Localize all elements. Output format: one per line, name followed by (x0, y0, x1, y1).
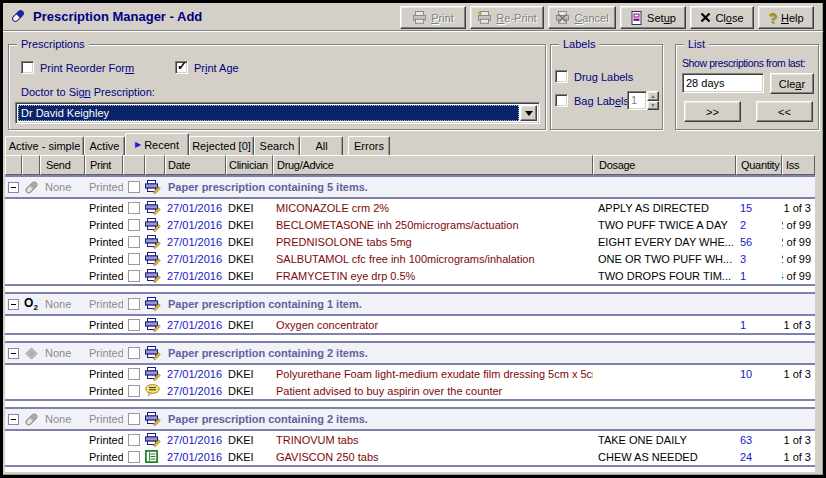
print-age-checkbox[interactable] (175, 61, 188, 74)
collapse-minus-button[interactable] (8, 299, 19, 310)
grid-body: NonePrintedPaper prescription containing… (5, 175, 815, 467)
column-header-dosage[interactable]: Dosage (593, 155, 736, 175)
reprint-button[interactable]: Re-Print (470, 6, 544, 29)
collapse-minus-button[interactable] (8, 414, 19, 425)
item-drug: MICONAZOLE crm 2% (273, 199, 593, 216)
row-checkbox[interactable] (128, 219, 140, 231)
period-input[interactable] (682, 73, 764, 93)
tab-recent[interactable]: ▶Recent (125, 133, 189, 155)
spinner-down-button[interactable]: ▼ (647, 101, 659, 111)
item-quantity: 56 (736, 233, 782, 250)
row-checkbox[interactable] (128, 451, 140, 463)
print-button[interactable]: Print (400, 6, 466, 29)
prescriptions-groupbox: Prescriptions Print Reorder Form Print A… (8, 44, 546, 130)
item-date: 27/01/2016 (165, 382, 226, 399)
row-checkbox[interactable] (128, 298, 140, 310)
column-header-iss[interactable]: Iss (782, 155, 815, 175)
clear-button[interactable]: Clear (770, 73, 814, 94)
prescription-row[interactable]: Printed27/01/2016DKEIPolyurethane Foam l… (5, 365, 815, 382)
row-checkbox[interactable] (128, 202, 140, 214)
column-header-blank[interactable] (145, 155, 165, 175)
item-drug: TRINOVUM tabs (273, 431, 593, 448)
column-header-send[interactable]: Send (40, 155, 85, 175)
titlebar-separator (3, 30, 823, 32)
column-header-quantity[interactable]: Quantity (736, 155, 782, 175)
column-header-clinician[interactable]: Clinician (226, 155, 273, 175)
close-button[interactable]: Close (690, 6, 754, 29)
prescription-row[interactable]: Printed27/01/2016DKEIBECLOMETASONE inh 2… (5, 216, 815, 233)
expand-cell (5, 294, 22, 314)
prescription-row[interactable]: Printed27/01/2016DKEITRINOVUM tabsTAKE O… (5, 431, 815, 448)
cancel-button[interactable]: Cancel (548, 6, 616, 29)
printer-icon (412, 11, 427, 24)
row-checkbox[interactable] (128, 385, 140, 397)
item-date: 27/01/2016 (165, 216, 226, 233)
list-groupbox: List Show prescriptions from last: Clear… (675, 44, 819, 130)
prescription-row[interactable]: Printed27/01/2016DKEIFRAMYCETIN eye drp … (5, 267, 815, 284)
column-header-drug-advice[interactable]: Drug/Advice (273, 155, 593, 175)
page-forward-label: >> (706, 106, 719, 118)
prescription-group-row[interactable]: NonePrintedPaper prescription containing… (5, 409, 815, 429)
spacer-cell (40, 382, 85, 399)
bag-labels-checkbox[interactable] (555, 94, 568, 107)
prescription-group-row[interactable]: NonePrintedPaper prescription containing… (5, 343, 815, 363)
prescription-group-row[interactable]: O2NonePrintedPaper prescription containi… (5, 294, 815, 314)
drug-labels-checkbox[interactable] (555, 70, 568, 83)
doctor-select-dropdown-button[interactable] (520, 105, 537, 121)
collapse-minus-button[interactable] (8, 348, 19, 359)
page-back-label: << (778, 106, 791, 118)
row-checkbox[interactable] (128, 434, 140, 446)
row-checkbox[interactable] (128, 181, 140, 193)
spacer-cell (40, 199, 85, 216)
column-header-print[interactable]: Print (85, 155, 123, 175)
check-cell (123, 343, 145, 363)
row-checkbox[interactable] (128, 270, 140, 282)
row-checkbox[interactable] (128, 413, 140, 425)
page-back-button[interactable]: << (756, 101, 813, 122)
prescription-row[interactable]: Printed27/01/2016DKEIPatient advised to … (5, 382, 815, 399)
prescription-row[interactable]: Printed27/01/2016DKEIGAVISCON 250 tabsCH… (5, 448, 815, 465)
tab-all[interactable]: All (300, 136, 343, 155)
prescription-row[interactable]: Printed27/01/2016DKEIMICONAZOLE crm 2%AP… (5, 199, 815, 216)
toolbar: Print Re-Print Cancel Setup Close ? Help (400, 6, 814, 29)
item-date: 27/01/2016 (165, 448, 226, 465)
tab-active-simple[interactable]: Active - simple (5, 136, 84, 155)
capsule-icon (22, 409, 40, 429)
collapse-minus-button[interactable] (8, 182, 19, 193)
bag-labels-count[interactable]: 1 (627, 91, 647, 110)
column-header-blank[interactable] (5, 155, 22, 175)
row-checkbox[interactable] (128, 253, 140, 265)
tab-active[interactable]: Active (84, 136, 125, 155)
row-checkbox[interactable] (128, 236, 140, 248)
prescription-row[interactable]: Printed27/01/2016DKEISALBUTAMOL cfc free… (5, 250, 815, 267)
column-header-date[interactable]: Date (165, 155, 226, 175)
column-header-blank[interactable] (123, 155, 145, 175)
prescription-group-row[interactable]: NonePrintedPaper prescription containing… (5, 177, 815, 197)
tab-errors[interactable]: Errors (348, 136, 390, 155)
doctor-select[interactable]: Dr David Keighley (15, 102, 540, 124)
prescriptions-groupbox-title: Prescriptions (17, 38, 89, 50)
row-checkbox[interactable] (128, 368, 140, 380)
item-date: 27/01/2016 (165, 267, 226, 284)
item-print-status: Printed (85, 233, 123, 250)
page-forward-button[interactable]: >> (684, 101, 741, 122)
spacer-cell (5, 250, 22, 267)
spinner-up-button[interactable]: ▲ (647, 91, 659, 101)
check-cell (123, 294, 145, 314)
row-checkbox[interactable] (128, 347, 140, 359)
print-reorder-form-checkbox[interactable] (21, 61, 34, 74)
help-button[interactable]: ? Help (758, 6, 814, 29)
setup-button[interactable]: Setup (620, 6, 686, 29)
spacer-cell (5, 431, 22, 448)
row-checkbox[interactable] (128, 319, 140, 331)
item-issue: 4 of 99 (782, 267, 815, 284)
group-print-status: Printed (85, 294, 123, 314)
tab-search[interactable]: Search (254, 136, 300, 155)
prescription-row[interactable]: Printed27/01/2016DKEIPREDNISOLONE tabs 5… (5, 233, 815, 250)
item-date: 27/01/2016 (165, 199, 226, 216)
item-drug: PREDNISOLONE tabs 5mg (273, 233, 593, 250)
script-icon (145, 343, 165, 363)
column-header-blank[interactable] (22, 155, 40, 175)
prescription-row[interactable]: Printed27/01/2016DKEIOxygen concentrator… (5, 316, 815, 333)
tab-rejected[interactable]: Rejected [0] (189, 136, 254, 155)
